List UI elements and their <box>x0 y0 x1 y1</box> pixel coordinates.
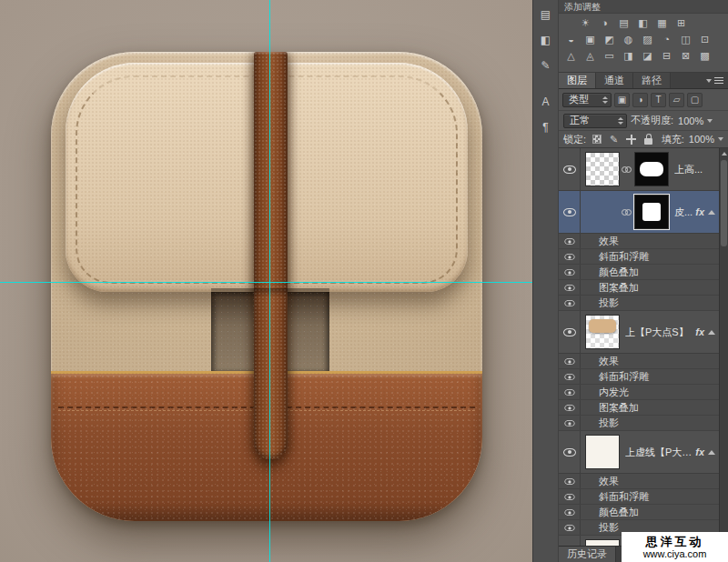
adjustment-icon[interactable]: ◪ <box>641 49 654 62</box>
adjustment-icon[interactable]: ⊠ <box>679 49 693 62</box>
layer-name[interactable]: 上【P大点S】 <box>625 326 693 339</box>
effect-row[interactable]: 效果 <box>559 354 719 369</box>
adjustment-icon[interactable]: ⊟ <box>660 49 673 62</box>
adjustment-icon[interactable]: ◩ <box>602 33 616 45</box>
adjustment-icon[interactable]: ⊞ <box>674 16 688 29</box>
effect-row[interactable]: 效果 <box>559 474 719 489</box>
effect-row[interactable]: 斜面和浮雕 <box>559 369 719 385</box>
adjustment-icon[interactable]: ▩ <box>698 49 712 62</box>
adjustment-icon[interactable]: ▭ <box>602 49 616 62</box>
effect-visibility-toggle-icon[interactable] <box>564 419 574 426</box>
lock-all-icon[interactable] <box>642 133 655 146</box>
filter-smart-objects-icon[interactable]: ▢ <box>687 93 703 107</box>
effect-visibility-toggle-icon[interactable] <box>564 493 574 499</box>
layer-name[interactable]: 上虚线【P大点... <box>625 446 693 459</box>
effect-visibility-toggle-icon[interactable] <box>564 477 574 484</box>
filter-type-layers-icon[interactable]: T <box>651 93 666 107</box>
effect-row[interactable]: 内发光 <box>559 385 719 400</box>
effect-visibility-toggle-icon[interactable] <box>564 404 574 410</box>
visibility-toggle-icon[interactable] <box>563 208 576 216</box>
layer-row[interactable]: 上虚线【P大点...fx <box>559 431 719 474</box>
canvas-area[interactable] <box>0 0 532 562</box>
collapse-effects-icon[interactable] <box>708 330 715 335</box>
effect-visibility-toggle-icon[interactable] <box>564 253 574 259</box>
layers-scrollbar[interactable] <box>719 148 728 546</box>
adjustment-icon[interactable]: ▣ <box>583 33 597 45</box>
filter-pixel-layers-icon[interactable]: ▣ <box>614 93 630 107</box>
effect-visibility-toggle-icon[interactable] <box>564 268 574 275</box>
mask-link-icon[interactable] <box>622 165 632 174</box>
info-panel-icon[interactable]: ◧ <box>533 29 558 51</box>
effect-visibility-toggle-icon[interactable] <box>564 299 574 306</box>
adjustment-icon[interactable]: ☀ <box>579 16 592 29</box>
filter-type-dropdown[interactable]: 类型 <box>562 93 612 107</box>
effect-row[interactable]: 图案叠加 <box>559 280 719 296</box>
layer-name[interactable]: 上高... <box>674 163 715 176</box>
visibility-toggle-icon[interactable] <box>563 328 576 336</box>
collapse-effects-icon[interactable] <box>708 450 715 455</box>
layer-row[interactable]: 上高... <box>559 148 719 191</box>
fx-badge[interactable]: fx <box>695 326 704 337</box>
effect-row[interactable]: 图案叠加 <box>559 400 719 416</box>
blend-mode-dropdown[interactable]: 正常 <box>563 114 627 128</box>
visibility-toggle-icon[interactable] <box>563 166 576 174</box>
effect-row[interactable]: 颜色叠加 <box>559 265 719 280</box>
filter-shape-layers-icon[interactable]: ▱ <box>669 93 684 107</box>
mask-link-icon[interactable] <box>622 207 632 216</box>
tab-history[interactable]: 历史记录 <box>559 547 616 562</box>
guide-vertical[interactable] <box>269 0 270 562</box>
effect-row[interactable]: 颜色叠加 <box>559 505 719 520</box>
layer-row[interactable]: 上【P大点S】fx <box>559 311 719 354</box>
effect-visibility-toggle-icon[interactable] <box>564 524 574 530</box>
adjustment-icon[interactable]: ⊡ <box>698 33 712 45</box>
scroll-up-icon[interactable] <box>720 148 728 158</box>
opacity-value[interactable]: 100% <box>678 115 713 126</box>
tab-channels[interactable]: 通道 <box>596 73 633 88</box>
layer-thumbnail[interactable] <box>585 539 620 546</box>
layer-name[interactable]: 皮... <box>674 206 693 219</box>
effect-row[interactable]: 效果 <box>559 234 719 249</box>
layer-thumbnail[interactable] <box>585 435 620 469</box>
effect-row[interactable]: 投影 <box>559 416 719 431</box>
adjustment-icon[interactable]: ◍ <box>622 33 635 45</box>
layer-mask-thumbnail[interactable] <box>634 152 669 186</box>
effect-visibility-toggle-icon[interactable] <box>564 373 574 379</box>
filter-adjustment-layers-icon[interactable]: ◑ <box>632 93 648 107</box>
collapse-effects-icon[interactable] <box>708 210 715 215</box>
fill-value[interactable]: 100% <box>689 134 723 145</box>
paragraph-panel-icon[interactable]: ¶ <box>533 116 558 138</box>
layer-thumbnail[interactable] <box>585 315 620 349</box>
layer-thumbnail[interactable] <box>585 152 620 186</box>
effect-row[interactable]: 斜面和浮雕 <box>559 489 719 505</box>
adjustment-icon[interactable]: ◬ <box>583 49 597 62</box>
lock-position-icon[interactable] <box>624 133 638 146</box>
tab-layers[interactable]: 图层 <box>559 73 596 88</box>
adjustment-icon[interactable]: ▦ <box>655 16 669 29</box>
lock-image-pixels-icon[interactable]: ✎ <box>607 133 621 146</box>
lock-transparent-pixels-icon[interactable] <box>590 133 603 146</box>
effect-visibility-toggle-icon[interactable] <box>564 388 574 395</box>
properties-panel-icon[interactable]: ▤ <box>533 4 558 25</box>
adjustment-icon[interactable]: △ <box>564 49 578 62</box>
panel-menu-button[interactable] <box>700 73 728 88</box>
scrollbar-thumb[interactable] <box>721 160 727 246</box>
effect-visibility-toggle-icon[interactable] <box>564 357 574 364</box>
fx-badge[interactable]: fx <box>695 447 704 457</box>
fx-badge[interactable]: fx <box>695 206 704 217</box>
adjustment-icon[interactable]: ◔ <box>660 33 673 45</box>
adjustment-icon[interactable]: ◨ <box>622 49 635 62</box>
adjustment-icon[interactable]: ▨ <box>641 33 654 45</box>
adjustment-icon[interactable]: ▤ <box>617 16 631 29</box>
adjustment-icon[interactable]: ◫ <box>679 33 693 45</box>
tab-paths[interactable]: 路径 <box>633 73 671 88</box>
effect-visibility-toggle-icon[interactable] <box>564 508 574 515</box>
effect-row[interactable]: 斜面和浮雕 <box>559 249 719 265</box>
adjustment-icon[interactable]: ◧ <box>636 16 650 29</box>
effect-visibility-toggle-icon[interactable] <box>564 284 574 290</box>
guide-horizontal[interactable] <box>0 282 532 283</box>
effect-row[interactable]: 投影 <box>559 296 719 311</box>
effect-visibility-toggle-icon[interactable] <box>564 237 574 244</box>
adjustment-icon[interactable]: ◑ <box>598 16 612 29</box>
character-panel-icon[interactable]: A <box>533 91 558 113</box>
layer-row[interactable]: 皮...fx <box>559 191 719 234</box>
